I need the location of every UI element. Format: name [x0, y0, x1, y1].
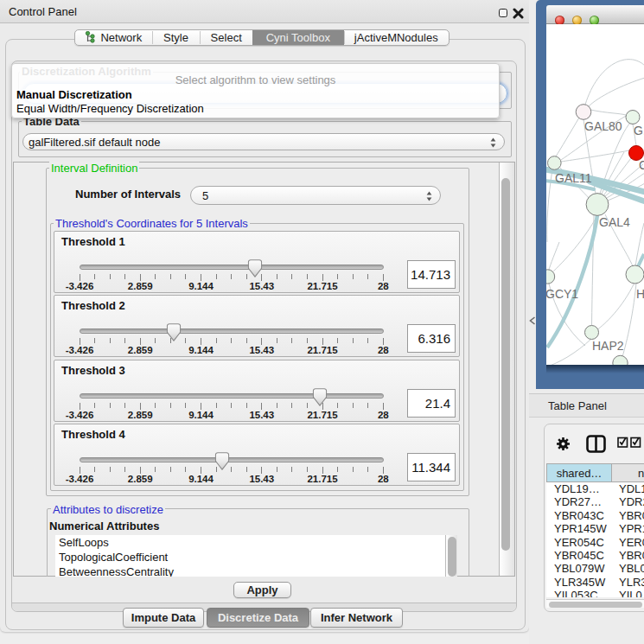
- svg-text:GCY1: GCY1: [546, 287, 578, 301]
- svg-text:GAL4: GAL4: [599, 215, 630, 229]
- svg-text:GAL11: GAL11: [555, 171, 592, 185]
- svg-text:H: H: [636, 287, 644, 301]
- svg-text:HAP2: HAP2: [592, 339, 624, 353]
- svg-text:G.: G.: [634, 124, 644, 137]
- svg-text:C: C: [639, 158, 644, 172]
- svg-text:GAL80: GAL80: [584, 119, 622, 133]
